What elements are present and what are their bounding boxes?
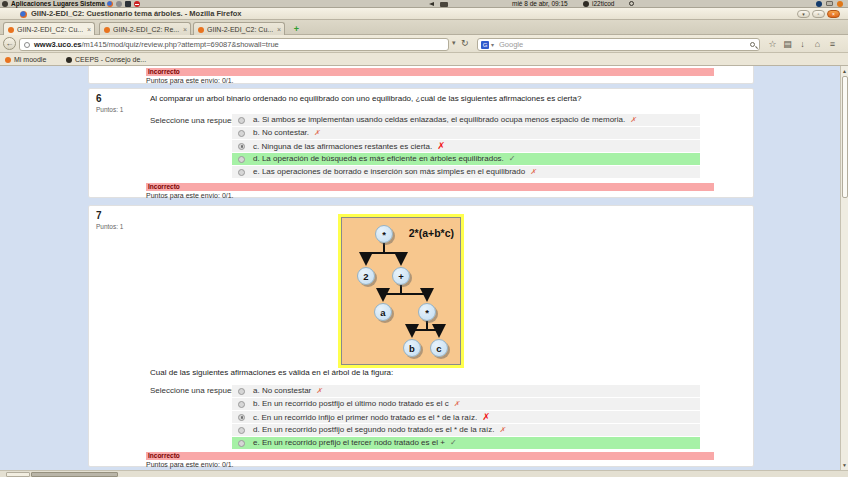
answer-text: b. En un recorrido postfijo el último no… [253, 399, 449, 408]
answer-label: c. En un recorrido infijo el primer nodo… [253, 411, 490, 424]
url-bar[interactable]: www3.uco.es/m1415/mod/quiz/review.php?at… [19, 38, 449, 51]
answer-label: a. No constestar✗ [253, 385, 322, 397]
answer-option-e[interactable]: e. Las operaciones de borrado e inserció… [232, 166, 700, 178]
terminal-launcher-icon[interactable] [125, 1, 131, 7]
menu-sistema[interactable]: Sistema [80, 0, 105, 8]
tab-1[interactable]: GIIN-2-EDI_C2: Cu... × [3, 22, 95, 35]
answer-prompt: Seleccione una respuesta. [150, 116, 244, 125]
mail-icon[interactable] [440, 2, 448, 7]
answer-label: d. La operación de búsqueda es más efici… [253, 153, 516, 165]
downloads-icon[interactable]: ↓ [796, 37, 809, 51]
horizontal-scrollbar-thumb[interactable] [31, 472, 118, 477]
new-tab-button[interactable]: + [290, 24, 303, 34]
radio-button[interactable] [238, 440, 245, 447]
firefox-launcher-icon[interactable] [107, 1, 113, 7]
wrong-choice-mark-icon: ✗ [482, 411, 490, 422]
answer-option-c-selected[interactable]: c. Ninguna de las afirmaciones restantes… [232, 140, 700, 152]
feedback-points: Puntos para este envío: 0/1. [146, 77, 234, 84]
answer-option-c-selected[interactable]: c. En un recorrido infijo el primer nodo… [232, 411, 700, 423]
answer-text: d. La operación de búsqueda es más efici… [253, 154, 504, 163]
question-points: Puntos: 1 [96, 223, 123, 230]
power-icon[interactable] [629, 1, 634, 6]
tree-node-root: * [375, 225, 393, 243]
incorrect-mark-icon: ✗ [630, 116, 636, 123]
tray-update-icon[interactable] [837, 1, 843, 7]
scroll-down-icon[interactable]: ▼ [841, 461, 848, 469]
feedback-status-bar: Incorrecto [146, 183, 714, 191]
scroll-up-icon[interactable]: ▲ [841, 67, 848, 75]
radio-button[interactable] [238, 388, 245, 395]
answer-label: a. Si ambos se implementan usando celdas… [253, 114, 636, 126]
tab-3[interactable]: GIIN-2-EDI_C2: Cu... × [193, 22, 285, 35]
answer-label: c. Ninguna de las afirmaciones restantes… [253, 140, 445, 153]
gnome-menu-icon[interactable] [2, 1, 8, 7]
search-engine-icon[interactable]: G [481, 41, 489, 49]
radio-button[interactable] [238, 130, 245, 137]
answer-label: e. Las operaciones de borrado e inserció… [253, 166, 536, 178]
feedback-status-bar: Incorrecto [146, 68, 714, 76]
radio-button-selected[interactable] [238, 143, 245, 150]
menu-lugares[interactable]: Lugares [53, 0, 78, 8]
close-window-button[interactable]: × [827, 10, 840, 18]
stop-launcher-icon[interactable] [134, 1, 140, 7]
answer-text: c. En un recorrido infijo el primer nodo… [253, 413, 477, 422]
back-button[interactable]: ← [3, 37, 16, 50]
radio-button[interactable] [238, 401, 245, 408]
reload-icon[interactable]: ↻ [461, 38, 469, 48]
vertical-scrollbar[interactable]: ▲ ▼ [840, 66, 848, 470]
search-icon[interactable] [750, 42, 755, 47]
search-input[interactable]: G ▾ Google [477, 38, 760, 51]
incorrect-mark-icon: ✗ [454, 400, 460, 407]
screenshot-launcher-icon[interactable] [116, 1, 122, 7]
answer-option-e-correct[interactable]: e. En un recorrido prefijo el tercer nod… [232, 437, 700, 449]
incorrect-mark-icon: ✗ [314, 129, 320, 136]
panel-clock[interactable]: mié 8 de abr, 09:15 [512, 0, 568, 8]
radio-button[interactable] [238, 117, 245, 124]
bookmark-mi-moodle[interactable]: Mi moodle [5, 53, 46, 66]
radio-button[interactable] [238, 156, 245, 163]
tray-hp-icon[interactable] [816, 1, 822, 7]
menu-aplicaciones[interactable]: Aplicaciones [11, 0, 51, 8]
url-host: www3.uco.es [34, 40, 82, 49]
user-status-icon[interactable] [583, 1, 589, 7]
tree-node-2: 2 [357, 267, 375, 285]
answer-label: b. En un recorrido postfijo el último no… [253, 398, 460, 410]
menu-hamburger-icon[interactable]: ≡ [826, 37, 839, 51]
feedback-status-bar: Incorrecto [146, 452, 714, 460]
volume-icon[interactable] [429, 2, 434, 6]
answer-text: d. En un recorrido postfijo el segundo n… [253, 425, 494, 434]
incorrect-mark-icon: ✗ [530, 168, 536, 175]
maximize-button[interactable]: ▫ [812, 10, 825, 18]
bookmark-ceeps[interactable]: CEEPS - Consejo de... [66, 53, 146, 66]
radio-button[interactable] [238, 169, 245, 176]
bookmark-star-icon[interactable]: ☆ [766, 37, 779, 51]
url-dropdown-icon[interactable]: ▾ [452, 39, 456, 47]
answer-option-d-correct[interactable]: d. La operación de búsqueda es más efici… [232, 153, 700, 165]
answer-option-b[interactable]: b. No contestar.✗ [232, 127, 700, 139]
answer-option-b[interactable]: b. En un recorrido postfijo el último no… [232, 398, 700, 410]
vertical-scrollbar-thumb[interactable] [842, 76, 848, 198]
bookmarks-panel-icon[interactable]: ▤ [781, 37, 794, 51]
wrong-choice-mark-icon: ✗ [437, 140, 445, 151]
scroll-left-button[interactable] [6, 472, 30, 477]
search-engine-dropdown-icon[interactable]: ▾ [491, 40, 494, 51]
tray-display-icon[interactable] [826, 1, 833, 6]
url-text: www3.uco.es/m1415/mod/quiz/review.php?at… [34, 39, 279, 51]
answer-text: b. No contestar. [253, 128, 309, 137]
radio-button-selected[interactable] [238, 414, 245, 421]
answer-option-a[interactable]: a. No constestar✗ [232, 385, 700, 397]
question-box-6: 6 Puntos: 1 Al comparar un arbol binario… [88, 88, 754, 198]
answer-option-d[interactable]: d. En un recorrido postfijo el segundo n… [232, 424, 700, 436]
tab-2[interactable]: GIIN-2-EDI_C2: Re... × [99, 22, 191, 35]
minimize-button[interactable]: ▾ [797, 10, 810, 18]
answer-option-a[interactable]: a. Si ambos se implementan usando celdas… [232, 114, 700, 126]
question-number: 7 [96, 210, 102, 221]
answer-label: e. En un recorrido prefijo el tercer nod… [253, 437, 457, 449]
home-icon[interactable]: ⌂ [811, 37, 824, 51]
radio-button[interactable] [238, 427, 245, 434]
bookmark-label: CEEPS - Consejo de... [75, 56, 146, 63]
horizontal-scrollbar[interactable] [0, 470, 848, 477]
panel-username[interactable]: i22ticod [592, 0, 614, 8]
feedback-points: Puntos para este envío: 0/1. [146, 192, 234, 199]
answer-label: d. En un recorrido postfijo el segundo n… [253, 424, 505, 436]
